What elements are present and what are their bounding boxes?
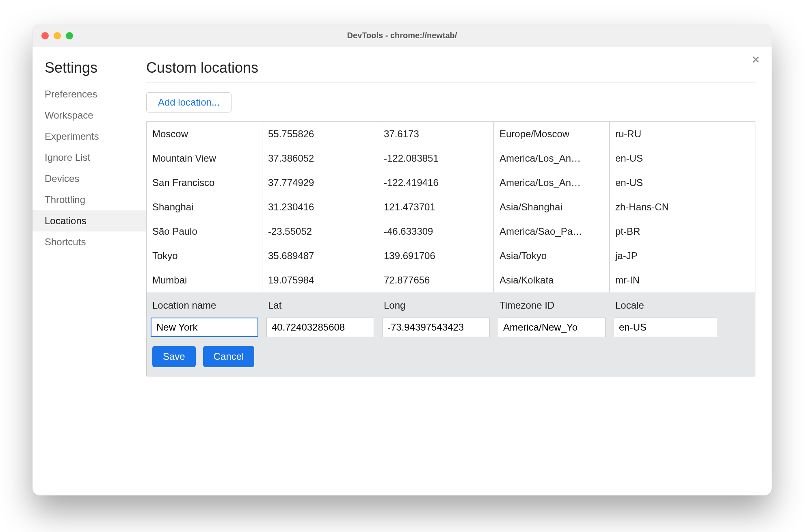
cell-locale[interactable]: zh-Hans-CN: [610, 195, 721, 219]
cell-name[interactable]: Mountain View: [147, 146, 262, 171]
titlebar: DevTools - chrome://newtab/: [32, 24, 772, 47]
locale-input[interactable]: [614, 318, 717, 337]
cell-name[interactable]: San Francisco: [147, 171, 262, 195]
timezone-input[interactable]: [498, 318, 606, 337]
cell-lat[interactable]: 55.755826: [262, 122, 378, 146]
window-maximize-icon[interactable]: [66, 32, 73, 39]
cell-long[interactable]: -122.083851: [378, 146, 494, 171]
cell-tz[interactable]: Europe/Moscow: [494, 122, 610, 146]
cell-long[interactable]: 72.877656: [378, 268, 494, 292]
sidebar-item-throttling[interactable]: Throttling: [32, 189, 146, 210]
cell-name[interactable]: Shanghai: [147, 195, 262, 219]
sidebar-item-experiments[interactable]: Experiments: [32, 126, 146, 147]
cell-tz[interactable]: Asia/Tokyo: [494, 244, 610, 268]
settings-sidebar: Settings PreferencesWorkspaceExperiments…: [32, 47, 146, 495]
cell-locale[interactable]: ru-RU: [610, 122, 721, 146]
close-icon[interactable]: ✕: [751, 54, 760, 65]
sidebar-item-preferences[interactable]: Preferences: [32, 84, 146, 105]
cell-lat[interactable]: 35.689487: [262, 244, 378, 268]
header-lat: Lat: [262, 293, 378, 318]
cancel-button[interactable]: Cancel: [203, 346, 255, 367]
window-close-icon[interactable]: [41, 32, 49, 39]
cell-name[interactable]: Mumbai: [147, 268, 262, 292]
cell-long[interactable]: 37.6173: [378, 122, 494, 146]
cell-locale[interactable]: mr-IN: [610, 268, 721, 292]
sidebar-item-devices[interactable]: Devices: [32, 168, 146, 189]
header-location-name: Location name: [147, 293, 262, 318]
location-editor: Location name Lat Long Timezone ID Local…: [147, 292, 755, 376]
header-locale: Locale: [610, 293, 721, 318]
lat-input[interactable]: [266, 318, 374, 337]
page-title: Custom locations: [146, 59, 755, 82]
cell-locale[interactable]: pt-BR: [610, 219, 721, 244]
main-panel: Custom locations Add location... Moscow5…: [146, 47, 772, 495]
cell-long[interactable]: -46.633309: [378, 219, 494, 244]
content-area: ✕ Settings PreferencesWorkspaceExperimen…: [32, 47, 772, 495]
cell-long[interactable]: 121.473701: [378, 195, 494, 219]
window-controls: [32, 32, 73, 39]
cell-name[interactable]: São Paulo: [147, 219, 262, 244]
cell-lat[interactable]: 19.075984: [262, 268, 378, 292]
cell-tz[interactable]: America/Los_An…: [494, 171, 610, 195]
cell-long[interactable]: 139.691706: [378, 244, 494, 268]
add-location-button[interactable]: Add location...: [146, 92, 231, 112]
cell-name[interactable]: Moscow: [147, 122, 262, 146]
sidebar-item-locations[interactable]: Locations: [32, 210, 146, 231]
sidebar-title: Settings: [32, 59, 146, 84]
sidebar-item-ignore-list[interactable]: Ignore List: [32, 147, 146, 168]
app-window: DevTools - chrome://newtab/ ✕ Settings P…: [32, 24, 772, 495]
sidebar-item-shortcuts[interactable]: Shortcuts: [32, 231, 146, 253]
cell-name[interactable]: Tokyo: [147, 244, 262, 268]
cell-tz[interactable]: Asia/Shanghai: [494, 195, 610, 219]
save-button[interactable]: Save: [152, 346, 196, 367]
window-minimize-icon[interactable]: [54, 32, 61, 39]
cell-tz[interactable]: Asia/Kolkata: [494, 268, 610, 292]
cell-lat[interactable]: 37.774929: [262, 171, 378, 195]
header-timezone: Timezone ID: [494, 293, 610, 318]
cell-locale[interactable]: en-US: [610, 171, 721, 195]
cell-long[interactable]: -122.419416: [378, 171, 494, 195]
window-title: DevTools - chrome://newtab/: [32, 31, 772, 40]
header-long: Long: [378, 293, 494, 318]
long-input[interactable]: [382, 318, 490, 337]
location-name-input[interactable]: [151, 318, 258, 337]
sidebar-item-workspace[interactable]: Workspace: [32, 105, 146, 126]
cell-tz[interactable]: America/Los_An…: [494, 146, 610, 171]
cell-locale[interactable]: en-US: [610, 146, 721, 171]
cell-tz[interactable]: America/Sao_Pa…: [494, 219, 610, 244]
cell-lat[interactable]: 31.230416: [262, 195, 378, 219]
cell-lat[interactable]: 37.386052: [262, 146, 378, 171]
locations-table: Moscow55.75582637.6173Europe/Moscowru-RU…: [146, 121, 755, 376]
cell-lat[interactable]: -23.55052: [262, 219, 378, 244]
cell-locale[interactable]: ja-JP: [610, 244, 721, 268]
